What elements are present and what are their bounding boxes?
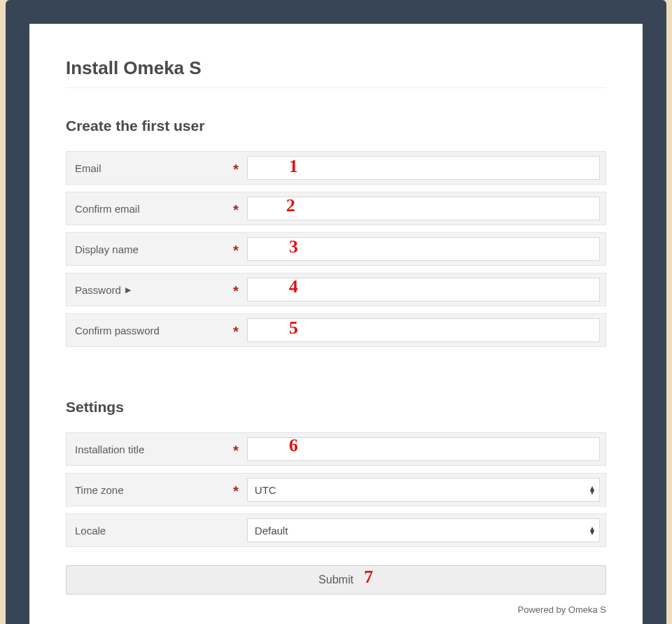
label-confirm-password: Confirm password (75, 325, 160, 336)
required-icon: * (233, 437, 239, 461)
email-input[interactable] (247, 156, 600, 180)
section-heading-settings: Settings (66, 399, 606, 416)
label-password: Password (75, 284, 121, 296)
password-expand-icon[interactable]: ▶ (125, 285, 131, 295)
footer-text: Powered by Omeka S (66, 604, 606, 615)
label-email: Email (75, 162, 102, 174)
confirm-password-input[interactable] (247, 318, 600, 342)
password-input[interactable] (247, 278, 600, 302)
install-title-input[interactable] (247, 437, 600, 461)
display-name-input[interactable] (247, 237, 600, 261)
label-confirm-email: Confirm email (75, 203, 140, 215)
field-locale: Locale * Default ▴▾ (66, 513, 606, 547)
section-heading-user: Create the first user (66, 118, 606, 134)
required-icon: * (233, 278, 239, 302)
submit-button[interactable]: Submit (66, 565, 606, 595)
label-install-title: Installation title (75, 444, 144, 455)
time-zone-select[interactable]: UTC (247, 478, 600, 502)
required-icon: * (233, 318, 239, 342)
label-time-zone: Time zone (75, 484, 123, 496)
required-icon: * (233, 156, 239, 180)
field-confirm-password: Confirm password * 5 (66, 313, 606, 347)
locale-select[interactable]: Default (247, 518, 600, 542)
window-frame: Install Omeka S Create the first user Em… (6, 0, 666, 624)
field-display-name: Display name * 3 (66, 232, 606, 266)
field-time-zone: Time zone * UTC ▴▾ (66, 473, 606, 506)
required-icon: * (233, 197, 239, 220)
field-password: Password ▶ * 4 (66, 273, 606, 306)
install-page: Install Omeka S Create the first user Em… (29, 24, 643, 624)
required-icon: * (233, 237, 239, 261)
field-email: Email * 1 (66, 151, 606, 185)
label-locale: Locale (75, 525, 106, 537)
label-display-name: Display name (75, 243, 139, 255)
confirm-email-input[interactable] (247, 197, 600, 220)
page-title: Install Omeka S (66, 57, 606, 88)
field-confirm-email: Confirm email * 2 (66, 192, 606, 225)
field-install-title: Installation title * 6 (66, 432, 606, 466)
required-icon: * (233, 478, 239, 502)
